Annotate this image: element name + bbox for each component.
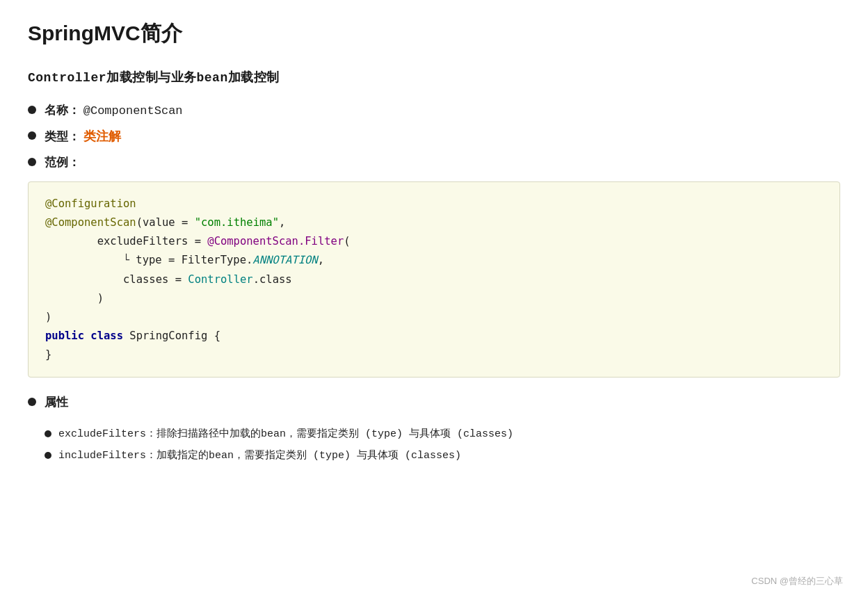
value-type: 类注解 [83,129,121,143]
bullet-item-example: 范例： [28,154,840,170]
properties-list: 属性 [28,394,840,416]
label-type: 类型： [45,130,80,143]
page-container: SpringMVC简介 Controller加载控制与业务bean加载控制 名称… [0,0,868,600]
sub-bullet-item-exclude: excludeFilters：排除扫描路径中加载的bean，需要指定类别 (ty… [45,427,840,440]
code-line-5: classes = Controller.class [45,270,823,289]
watermark: CSDN @曾经的三心草 [751,575,843,587]
sub-bullet-list: excludeFilters：排除扫描路径中加载的bean，需要指定类别 (ty… [45,427,840,462]
sub-bullet-text-include: includeFilters：加载指定的bean，需要指定类别 (type) 与… [58,448,461,462]
code-line-4: └ type = FilterType.ANNOTATION, [45,251,823,270]
sub-bullet-dot [45,430,51,437]
bullet-dot [28,106,36,114]
bullet-dot [28,131,36,140]
bullet-item-properties: 属性 [28,394,840,416]
bullet-item-type: 类型： 类注解 [28,128,840,145]
value-name: @ComponentScan [83,104,183,117]
bullet-dot-properties [28,398,36,406]
code-line-8: public class SpringConfig { [45,327,823,346]
label-example: 范例： [45,156,80,169]
bullet-item-name: 名称： @ComponentScan [28,102,840,118]
code-line-3: excludeFilters = @ComponentScan.Filter( [45,232,823,251]
code-block: @Configuration @ComponentScan(value = "c… [28,181,840,378]
code-line-6: ) [45,289,823,308]
bullet-dot [28,158,36,166]
properties-heading: 属性 [45,394,68,410]
code-line-7: ) [45,308,823,327]
label-name: 名称： [45,104,80,117]
code-line-2: @ComponentScan(value = "com.itheima", [45,213,823,232]
code-line-9: } [45,346,823,364]
section-heading: Controller加载控制与业务bean加载控制 [28,69,840,86]
page-title: SpringMVC简介 [28,19,840,48]
bullet-list: 名称： @ComponentScan 类型： 类注解 范例： [28,102,840,170]
sub-bullet-text-exclude: excludeFilters：排除扫描路径中加载的bean，需要指定类别 (ty… [58,427,513,440]
code-line-1: @Configuration [45,195,823,213]
sub-bullet-dot [45,452,51,459]
sub-bullet-item-include: includeFilters：加载指定的bean，需要指定类别 (type) 与… [45,448,840,462]
